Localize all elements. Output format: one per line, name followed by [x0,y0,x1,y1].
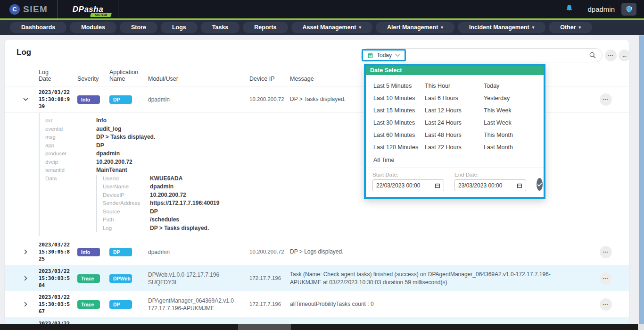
row-more-options-button[interactable]: ••• [600,272,612,285]
date-preset-this-week[interactable]: This Week [484,104,536,117]
nav-item-tasks[interactable]: Tasks [201,22,240,33]
nav-item-alert-management[interactable]: Alert Management▾ [376,22,454,33]
chevron-down-icon: ▾ [579,25,581,30]
nav-item-other[interactable]: Other▾ [549,22,592,33]
date-preset-last-month[interactable]: Last Month [484,141,536,153]
detail-key: msg [45,133,96,142]
date-preset-last-12-hours[interactable]: Last 12 Hours [425,104,484,117]
collapse-row-icon[interactable] [12,96,39,102]
nav-item-store[interactable]: Store [120,22,157,33]
row-actions-cell: ••• [582,93,629,106]
detail-key: UserName [103,183,150,191]
nav-item-dashboards[interactable]: Dashboards [10,22,66,33]
date-select-panel: Date Select Last 5 MinutesLast 10 Minute… [364,64,545,199]
column-header-application: ApplicationName [109,69,148,82]
date-preset-column: TodayYesterdayThis WeekLast WeekThis Mon… [484,80,536,153]
back-button[interactable]: ← [619,50,630,61]
date-preset-last-24-hours[interactable]: Last 24 Hours [425,117,484,129]
chevron-down-icon: ▾ [359,25,361,30]
date-preset-yesterday[interactable]: Yesterday [484,92,536,104]
date-range-button[interactable]: Today [362,49,406,61]
horizontal-scrollbar-track[interactable] [0,324,638,330]
date-preset-this-hour[interactable]: This Hour [425,80,484,92]
horizontal-scrollbar-thumb[interactable] [238,324,291,330]
chevron-down-icon: ▾ [532,25,535,30]
nav-item-reports[interactable]: Reports [243,22,288,33]
module-user-cell: dpadmin [148,248,249,256]
detail-key: Path [103,216,150,224]
vertical-scrollbar-thumb[interactable] [639,35,644,324]
username-label: dpadmin [587,5,615,13]
detail-key: Data [45,175,96,233]
more-options-button[interactable]: ••• [605,50,617,61]
date-preset-last-60-minutes[interactable]: Last 60 Minutes [373,129,425,141]
end-date-label: End Date: [454,172,526,178]
date-preset-last-30-minutes[interactable]: Last 30 Minutes [373,117,425,129]
main-navigation: DashboardsModulesStoreLogsTasksReportsAs… [0,20,644,35]
log-search-bar[interactable]: Today [361,48,603,62]
row-more-options-button[interactable]: ••• [600,298,612,311]
application-badge: DP [109,248,132,256]
detail-key: tenantid [45,166,96,175]
detail-row: UserNamedpadmin [103,183,219,191]
header-line: Modul/User [148,76,249,82]
device-ip-cell: 10.200.200.72 [249,96,290,103]
message-cell: DP > Logs displayed. [290,248,582,256]
device-ip-value: 10.200.200.72 [249,96,285,103]
date-preset-last-48-hours[interactable]: Last 48 Hours [425,129,484,141]
start-date-field: Start Date: 22/03/2023 00:00 [372,172,444,191]
top-header: C SIEM DPasha SISTEM dpadmin [0,0,644,18]
expand-row-icon[interactable] [12,301,39,307]
device-ip-cell: 172.17.7.196 [249,275,290,282]
start-date-input[interactable]: 22/03/2023 00:00 [372,179,444,191]
date-preset-last-120-minutes[interactable]: Last 120 Minutes [373,141,425,153]
search-icon[interactable] [589,51,596,59]
device-ip-cell: 10.200.200.72 [249,248,290,255]
detail-key: Source [103,208,150,216]
date-preset-last-72-hours[interactable]: Last 72 Hours [425,141,484,153]
detail-value: DP [96,142,104,150]
date-preset-last-week[interactable]: Last Week [484,117,536,129]
nav-item-logs[interactable]: Logs [161,22,198,33]
application-badge: DPWeb [109,274,132,283]
nav-item-asset-management[interactable]: Asset Management▾ [291,22,372,33]
log-date-cell: 2023/03/22 15:30:05:825 [39,239,77,265]
page-title: Log [17,48,31,57]
log-date-value: 2023/03/22 15:30:03:584 [39,265,72,291]
date-preset-today[interactable]: Today [484,80,536,92]
end-date-value: 23/03/2023 00:00 [458,182,515,189]
date-preset-last-15-minutes[interactable]: Last 15 Minutes [373,104,425,117]
vertical-scrollbar-track[interactable] [634,35,639,324]
date-preset-this-month[interactable]: This Month [484,129,536,141]
nav-item-modules[interactable]: Modules [70,22,116,33]
column-header-device-ip: Device IP [249,76,290,82]
detail-key: UserId [103,175,150,183]
row-more-options-button[interactable]: ••• [600,93,612,106]
user-profile-button[interactable] [621,3,636,16]
detail-value: 10.200.200.72 [96,158,132,167]
apply-date-range-button[interactable] [537,178,543,191]
severity-badge: Trace [77,274,100,283]
detail-value: DP > Tasks displayed. [150,224,209,233]
detail-value: dpadmin [150,183,173,191]
date-preset-last-5-minutes[interactable]: Last 5 Minutes [373,80,425,92]
nav-item-incident-management[interactable]: Incident Management▾ [458,22,545,33]
notification-bell-icon[interactable] [565,4,573,15]
column-header-modul-user: Modul/User [148,76,249,82]
detail-value: dpadmin [96,150,120,158]
siem-logo-icon: C [9,4,20,15]
expand-row-icon[interactable] [12,249,39,255]
row-more-options-button[interactable]: ••• [600,246,612,258]
message-cell: allTimeoutProbilityTasks count : 0 [290,300,582,308]
date-preset-last-10-minutes[interactable]: Last 10 Minutes [373,92,425,104]
severity-cell: Trace [77,274,109,283]
end-date-field: End Date: 23/03/2023 00:00 [454,172,526,191]
header-line: Date [39,76,77,82]
date-preset-last-6-hours[interactable]: Last 6 Hours [425,92,484,104]
detail-value: Info [96,117,107,125]
chevron-down-icon [395,53,400,57]
expand-row-icon[interactable] [12,275,39,281]
date-preset-column: This HourLast 6 HoursLast 12 HoursLast 2… [425,80,484,153]
date-preset-all-time[interactable]: All Time [373,154,394,166]
end-date-input[interactable]: 23/03/2023 00:00 [454,179,526,191]
